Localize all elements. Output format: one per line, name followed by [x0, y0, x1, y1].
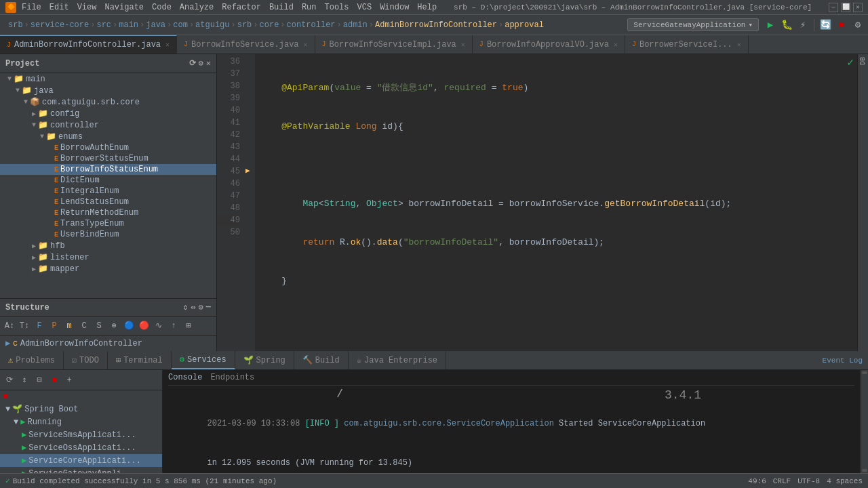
tree-main[interactable]: ▼ 📁 main [0, 73, 216, 85]
run-button[interactable]: ▶ [763, 18, 778, 33]
minimize-button[interactable]: — [829, 3, 838, 12]
tree-java[interactable]: ▼ 📁 java [0, 85, 216, 96]
code-area[interactable]: 36 37 38 39 40 41 42 43 44 45 46 47 48 4… [217, 54, 857, 351]
services-refresh-btn[interactable]: ⟳ [3, 373, 16, 387]
settings-button[interactable]: ⚙ [850, 18, 865, 33]
services-stop-global-btn[interactable]: ■ [0, 390, 162, 403]
tree-controller[interactable]: ▼ 📁 controller [0, 119, 216, 131]
breadcrumb-service-core[interactable]: service-core [31, 20, 89, 30]
breadcrumb-atguigu[interactable]: atguigu [195, 20, 229, 30]
breadcrumb-main[interactable]: main [119, 20, 138, 30]
service-oss-item[interactable]: ▶ ServiceOssApplicati... [0, 441, 162, 454]
run-method-icon[interactable]: ▶ [245, 166, 250, 175]
event-log-link[interactable]: Event Log [823, 351, 868, 369]
indent-setting[interactable]: 4 spaces [827, 477, 863, 485]
show-static-btn[interactable]: S [92, 319, 106, 333]
run-with-coverage[interactable]: ⚡ [795, 18, 810, 33]
todo-tab[interactable]: ☑ TODO [64, 351, 108, 369]
tree-borrow-auth-enum[interactable]: E BorrowAuthEnum [0, 142, 216, 153]
menu-file[interactable]: File [22, 3, 41, 12]
breadcrumb-com[interactable]: com [173, 20, 188, 30]
show-props-btn[interactable]: P [47, 319, 61, 333]
menu-view[interactable]: View [77, 3, 97, 12]
sidebar-close-icon[interactable]: ✕ [206, 58, 211, 68]
tree-trans-type-enum[interactable]: E TransTypeEnum [0, 218, 216, 229]
breadcrumb-srb[interactable]: srb [8, 20, 23, 30]
breadcrumb-class[interactable]: AdminBorrowInfoController [375, 20, 497, 30]
cursor-position[interactable]: 49:6 [748, 477, 766, 485]
tab-close-1[interactable]: ✕ [304, 41, 308, 49]
service-sms-item[interactable]: ▶ ServiceSmsApplicati... [0, 428, 162, 441]
sort-alpha-btn[interactable]: A↕ [3, 319, 16, 333]
breadcrumb-controller[interactable]: controller [287, 20, 336, 30]
console-tab[interactable]: Console [168, 373, 202, 382]
menu-vcs[interactable]: VCS [357, 3, 372, 12]
structure-settings-icon[interactable]: ⚙ [199, 302, 203, 312]
sort-type-btn[interactable]: T↕ [18, 319, 31, 333]
sidebar-sync-icon[interactable]: ⟳ [189, 58, 196, 68]
tab-borrow-service[interactable]: J BorrowInfoService.java ✕ [177, 35, 315, 54]
show-constructors-btn[interactable]: C [77, 319, 91, 333]
tree-borrow-info-status-enum[interactable]: E BorrowInfoStatusEnum [0, 164, 216, 175]
breadcrumb-java[interactable]: java [146, 20, 165, 30]
services-scrollbar[interactable] [860, 370, 868, 473]
spring-tab[interactable]: 🌱 Spring [235, 351, 294, 369]
tree-user-bind-enum[interactable]: E UserBindEnum [0, 229, 216, 240]
menu-window[interactable]: Window [380, 3, 409, 12]
structure-collapse-icon[interactable]: ⇔ [191, 302, 195, 312]
breadcrumb-core[interactable]: core [260, 20, 279, 30]
tab-close-0[interactable]: ✕ [165, 41, 170, 49]
menu-run[interactable]: Run [302, 3, 317, 12]
show-extra-btn[interactable]: ⊞ [182, 319, 195, 333]
gutter-45[interactable]: ▶ [245, 164, 255, 176]
tab-close-3[interactable]: ✕ [614, 41, 618, 49]
tree-integral-enum[interactable]: E IntegralEnum [0, 186, 216, 197]
tab-close-2[interactable]: ✕ [461, 41, 465, 49]
menu-edit[interactable]: Edit [50, 3, 69, 12]
tree-config[interactable]: ▶ 📁 config [0, 108, 216, 119]
breadcrumb-srb2[interactable]: srb [237, 20, 252, 30]
menu-build[interactable]: Build [269, 3, 294, 12]
sidebar-header-icons[interactable]: ⟳ ⚙ ✕ [189, 58, 211, 68]
endpoints-tab[interactable]: Endpoints [210, 373, 254, 382]
show-anon-btn[interactable]: ∿ [152, 319, 165, 333]
tab-borrow-service-impl[interactable]: J BorrowInfoServiceImpl.java ✕ [315, 35, 473, 54]
run-config-selector[interactable]: ServiceGatewayApplication ▾ [627, 18, 759, 31]
tab-borrow-approval-vo[interactable]: J BorrowInfoApprovalVO.java ✕ [473, 35, 625, 54]
tab-borrower-service[interactable]: J BorrowerServiceI... ✕ [625, 35, 749, 54]
window-controls[interactable]: — ⬜ ✕ [829, 3, 863, 12]
show-protected-btn[interactable]: 🔵 [122, 319, 136, 333]
tree-com-pkg[interactable]: ▼ 📦 com.atguigu.srb.core [0, 96, 216, 108]
line-ending[interactable]: CRLF [773, 477, 791, 485]
tree-return-method-enum[interactable]: E ReturnMethodEnum [0, 207, 216, 218]
menu-bar[interactable]: File Edit View Navigate Code Analyze Ref… [22, 3, 437, 12]
running-tree-item[interactable]: ▼ ▶ Running [0, 415, 162, 428]
service-gateway-item[interactable]: ▶ ServiceGatewayAppli... [0, 467, 162, 473]
show-inherited-btn[interactable]: ↑ [167, 319, 180, 333]
menu-code[interactable]: Code [152, 3, 172, 12]
show-public-btn[interactable]: ⊕ [107, 319, 121, 333]
menu-analyze[interactable]: Analyze [180, 3, 214, 12]
code-content[interactable]: @ApiParam(value = "借款信息id", required = t… [255, 54, 844, 351]
service-core-item[interactable]: ▶ ServiceCoreApplicati... [0, 454, 162, 467]
spring-boot-tree-item[interactable]: ▼ 🌱 Spring Boot [0, 403, 162, 415]
show-fields-btn[interactable]: F [33, 319, 46, 333]
tree-dict-enum[interactable]: E DictEnum [0, 175, 216, 186]
menu-tools[interactable]: Tools [325, 3, 349, 12]
menu-refactor[interactable]: Refactor [222, 3, 261, 12]
tree-mapper[interactable]: ▶ 📁 mapper [0, 263, 216, 274]
services-tab[interactable]: ⚙ Services [172, 351, 235, 369]
services-collapse-btn[interactable]: ⇕ [18, 373, 31, 387]
code-editor[interactable]: 36 37 38 39 40 41 42 43 44 45 46 47 48 4… [217, 54, 857, 351]
sidebar-settings-icon[interactable]: ⚙ [199, 58, 203, 68]
database-icon[interactable]: DB [859, 57, 867, 65]
services-stop-btn[interactable]: ■ [47, 373, 61, 387]
maximize-button[interactable]: ⬜ [841, 3, 850, 12]
tree-lend-status-enum[interactable]: E LendStatusEnum [0, 197, 216, 207]
breadcrumb-method[interactable]: approval [505, 20, 544, 30]
terminal-tab[interactable]: ⊞ Terminal [108, 351, 172, 369]
services-add-btn[interactable]: + [62, 373, 76, 387]
menu-help[interactable]: Help [417, 3, 437, 12]
debug-button[interactable]: 🐛 [779, 18, 794, 33]
structure-expand-icon[interactable]: ⇕ [183, 302, 188, 312]
